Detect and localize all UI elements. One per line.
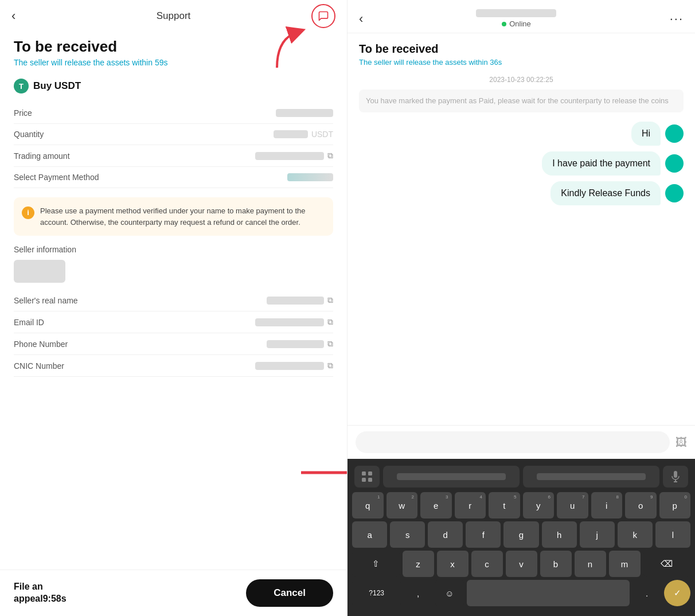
keyboard-paste-2[interactable] <box>523 466 659 488</box>
sellers-name-label: Seller's real name <box>14 296 78 305</box>
key-l[interactable]: l <box>655 521 690 548</box>
svg-rect-3 <box>362 478 366 482</box>
price-row: Price <box>14 103 333 124</box>
key-e[interactable]: e3 <box>420 492 452 518</box>
online-dot <box>502 22 506 26</box>
message-bubble-1: Hi <box>631 122 661 146</box>
key-a[interactable]: a <box>352 521 387 548</box>
key-d[interactable]: d <box>428 521 463 548</box>
left-header: ‹ Support <box>0 0 347 32</box>
avatar-1 <box>665 124 684 143</box>
to-be-received-subtitle: The seller will release the assets withi… <box>14 58 333 67</box>
svg-rect-5 <box>674 471 677 478</box>
tether-icon: T <box>14 79 29 93</box>
warning-text: Please use a payment method verified und… <box>40 205 325 228</box>
avatar-2 <box>665 154 684 173</box>
key-f[interactable]: f <box>466 521 501 548</box>
payment-method-row: Select Payment Method <box>14 167 333 188</box>
sellers-name-row: Seller's real name ⧉ <box>14 290 333 311</box>
keyboard-apps-button[interactable] <box>354 466 380 488</box>
key-shift[interactable]: ⇧ <box>352 551 400 577</box>
quantity-value: USDT <box>274 130 333 139</box>
key-x[interactable]: x <box>437 551 468 577</box>
keyboard-row-3: ⇧ z x c v b n m ⌫ <box>352 551 690 577</box>
svg-rect-4 <box>368 478 372 482</box>
svg-rect-1 <box>362 471 366 475</box>
more-options-button[interactable]: ··· <box>670 11 684 26</box>
key-space[interactable] <box>467 580 630 606</box>
right-content: To be received The seller will release t… <box>348 33 695 425</box>
keyboard[interactable]: q1 w2 e3 r4 t5 y6 u7 i8 o9 p0 a s d f g … <box>348 459 695 616</box>
warning-box: i Please use a payment method verified u… <box>14 197 333 236</box>
key-period[interactable]: . <box>632 580 661 606</box>
key-k[interactable]: k <box>618 521 653 548</box>
keyboard-rows: q1 w2 e3 r4 t5 y6 u7 i8 o9 p0 a s d f g … <box>350 492 693 606</box>
apps-icon <box>361 471 373 482</box>
seller-section-title: Seller information <box>14 245 333 254</box>
image-send-button[interactable]: 🖼 <box>676 436 687 449</box>
keyboard-paste-1[interactable] <box>383 466 520 488</box>
keyboard-mic-button[interactable] <box>663 466 688 488</box>
timer-left: 59s <box>155 58 168 67</box>
key-r[interactable]: r4 <box>455 492 486 518</box>
left-back-button[interactable]: ‹ <box>11 9 15 24</box>
keyboard-row-2: a s d f g h j k l <box>352 521 690 548</box>
key-emoji[interactable]: ☺ <box>435 580 464 606</box>
contact-name-blurred <box>476 9 556 17</box>
key-u[interactable]: u7 <box>557 492 588 518</box>
left-content: To be received The seller will release t… <box>0 32 347 388</box>
message-bubble-2: I have paid the payment <box>542 151 661 176</box>
trading-amount-row: Trading amount ⧉ <box>14 145 333 167</box>
key-p[interactable]: p0 <box>659 492 691 518</box>
cancel-button[interactable]: Cancel <box>246 579 333 607</box>
avatar-3 <box>665 184 684 202</box>
key-comma[interactable]: , <box>404 580 432 606</box>
keyboard-row-4: ?123 , ☺ . ✓ <box>352 580 690 606</box>
message-input[interactable] <box>356 431 670 453</box>
svg-rect-2 <box>368 471 372 475</box>
key-i[interactable]: i8 <box>591 492 623 518</box>
phone-value: ⧉ <box>267 339 333 349</box>
right-back-button[interactable]: ‹ <box>359 11 363 26</box>
bottom-bar: File an appeal9:58s Cancel <box>0 570 347 616</box>
key-w[interactable]: w2 <box>386 492 418 518</box>
sellers-name-value: ⧉ <box>267 295 333 305</box>
key-c[interactable]: c <box>471 551 503 577</box>
warning-icon: i <box>22 206 34 219</box>
key-j[interactable]: j <box>580 521 615 548</box>
timer-right: 36s <box>490 58 502 67</box>
message-row-3: Kindly Release Funds <box>359 181 684 205</box>
key-t[interactable]: t5 <box>489 492 520 518</box>
key-h[interactable]: h <box>542 521 577 548</box>
cnic-value: ⧉ <box>255 361 333 371</box>
online-label: Online <box>509 20 531 28</box>
key-s[interactable]: s <box>390 521 425 548</box>
key-g[interactable]: g <box>503 521 538 548</box>
key-enter[interactable]: ✓ <box>664 580 690 606</box>
key-v[interactable]: v <box>506 551 537 577</box>
key-y[interactable]: y6 <box>523 492 555 518</box>
email-row: Email ID ⧉ <box>14 311 333 333</box>
key-b[interactable]: b <box>540 551 572 577</box>
right-to-received-title: To be received <box>359 42 684 56</box>
seller-section: Seller information Seller's real name ⧉ … <box>14 245 333 377</box>
system-message: You have marked the payment as Paid, ple… <box>359 89 684 112</box>
email-value: ⧉ <box>255 317 333 327</box>
online-status: Online <box>502 20 531 28</box>
key-m[interactable]: m <box>609 551 641 577</box>
price-value <box>276 109 333 117</box>
key-n[interactable]: n <box>575 551 606 577</box>
key-z[interactable]: z <box>403 551 434 577</box>
key-numbers[interactable]: ?123 <box>352 580 401 606</box>
arrow-to-right <box>301 455 348 490</box>
right-to-received-subtitle: The seller will release the assets withi… <box>359 58 684 67</box>
to-be-received-title: To be received <box>14 38 333 56</box>
trading-amount-label: Trading amount <box>14 151 70 161</box>
key-backspace[interactable]: ⌫ <box>643 551 691 577</box>
trading-amount-value: ⧉ <box>255 151 333 161</box>
payment-method-label: Select Payment Method <box>14 173 99 182</box>
chat-support-button[interactable] <box>311 4 335 28</box>
right-panel: ‹ Online ··· To be received The seller w… <box>348 0 695 616</box>
key-o[interactable]: o9 <box>625 492 657 518</box>
key-q[interactable]: q1 <box>352 492 384 518</box>
